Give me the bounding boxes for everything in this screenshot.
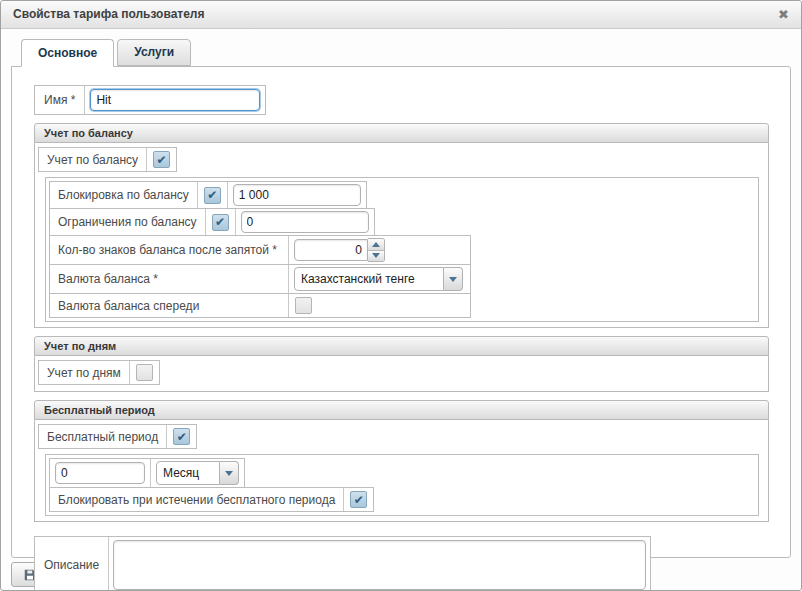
close-icon[interactable]: ✖ [778, 8, 789, 21]
balance-currency-row: Валюта баланса * Казахстанский тенге [49, 264, 471, 294]
balance-currency-value[interactable]: Казахстанский тенге [294, 267, 444, 291]
balance-limit-input[interactable] [241, 211, 369, 233]
daily-toggle-label: Учет по дням [47, 366, 121, 380]
daily-toggle-row: Учет по дням [38, 360, 160, 385]
free-period-toggle-label: Бесплатный период [47, 430, 158, 444]
balance-currency-front-label: Валюта баланса спереди [58, 299, 199, 313]
balance-block-label: Блокировка по балансу [58, 188, 189, 202]
free-period-block-label: Блокировать при истечении бесплатного пе… [58, 493, 335, 507]
free-period-toggle-checkbox[interactable] [173, 428, 190, 445]
dialog-window: Свойства тарифа пользователя ✖ Основное … [0, 0, 802, 591]
dialog-titlebar: Свойства тарифа пользователя ✖ [1, 1, 801, 29]
balance-decimals-row: Кол-во знаков баланса после запятой * [49, 235, 471, 265]
free-period-unit-combo[interactable]: Месяц [156, 461, 239, 485]
balance-limit-row: Ограничения по балансу [49, 208, 375, 236]
tab-main[interactable]: Основное [21, 39, 114, 67]
description-label: Описание [44, 558, 99, 572]
tab-strip: Основное Услуги [11, 39, 791, 66]
balance-decimals-label: Кол-во знаков баланса после запятой * [58, 243, 277, 257]
spinner-up-button[interactable] [368, 239, 384, 250]
balance-fieldset: Блокировка по балансу Ограничения по бал… [45, 177, 759, 322]
balance-toggle-label: Учет по балансу [47, 153, 138, 167]
dialog-title: Свойства тарифа пользователя [13, 1, 204, 28]
balance-currency-combo[interactable]: Казахстанский тенге [294, 267, 463, 291]
free-period-toggle-row: Бесплатный период [38, 424, 197, 449]
name-input[interactable] [90, 89, 260, 111]
balance-section: Учет по балансу Учет по балансу Блокиров… [34, 123, 769, 328]
free-period-fieldset: Месяц Блокировать при истечении бесплатн… [45, 454, 759, 516]
free-period-unit-value[interactable]: Месяц [156, 461, 220, 485]
chevron-down-icon[interactable] [220, 461, 239, 485]
balance-limit-label: Ограничения по балансу [58, 215, 197, 229]
balance-currency-label: Валюта баланса * [58, 272, 158, 286]
daily-toggle-checkbox[interactable] [136, 364, 153, 381]
free-period-section-header: Бесплатный период [34, 400, 769, 420]
up-down-arrows-icon [368, 238, 385, 262]
daily-section: Учет по дням Учет по дням [34, 336, 769, 392]
tab-content: Имя * Учет по балансу Учет по балансу Бл… [11, 66, 791, 558]
name-label: Имя * [44, 93, 75, 107]
free-period-block-row: Блокировать при истечении бесплатного пе… [49, 487, 374, 512]
balance-decimals-input[interactable] [294, 239, 368, 261]
free-period-duration-input[interactable] [55, 462, 145, 484]
free-period-duration-row: Месяц [49, 458, 245, 488]
chevron-down-icon[interactable] [444, 267, 463, 291]
balance-currency-front-row: Валюта баланса спереди [49, 293, 471, 318]
balance-block-input[interactable] [233, 184, 361, 206]
name-row: Имя * [34, 85, 266, 115]
tab-services[interactable]: Услуги [117, 39, 191, 66]
free-period-block-checkbox[interactable] [350, 491, 367, 508]
spinner-down-button[interactable] [368, 250, 384, 262]
balance-currency-front-checkbox[interactable] [295, 297, 312, 314]
description-textarea[interactable] [113, 540, 646, 590]
description-row: Описание [34, 536, 651, 591]
balance-limit-checkbox[interactable] [212, 214, 229, 231]
balance-block-checkbox[interactable] [204, 187, 221, 204]
daily-section-header: Учет по дням [34, 336, 769, 356]
tab-panel: Основное Услуги Имя * Учет по балансу Уч… [11, 39, 791, 558]
balance-decimals-spinner [294, 238, 385, 262]
free-period-section: Бесплатный период Бесплатный период [34, 400, 769, 522]
balance-toggle-row: Учет по балансу [38, 147, 177, 172]
balance-toggle-checkbox[interactable] [153, 151, 170, 168]
balance-section-header: Учет по балансу [34, 123, 769, 143]
balance-block-row: Блокировка по балансу [49, 181, 367, 209]
